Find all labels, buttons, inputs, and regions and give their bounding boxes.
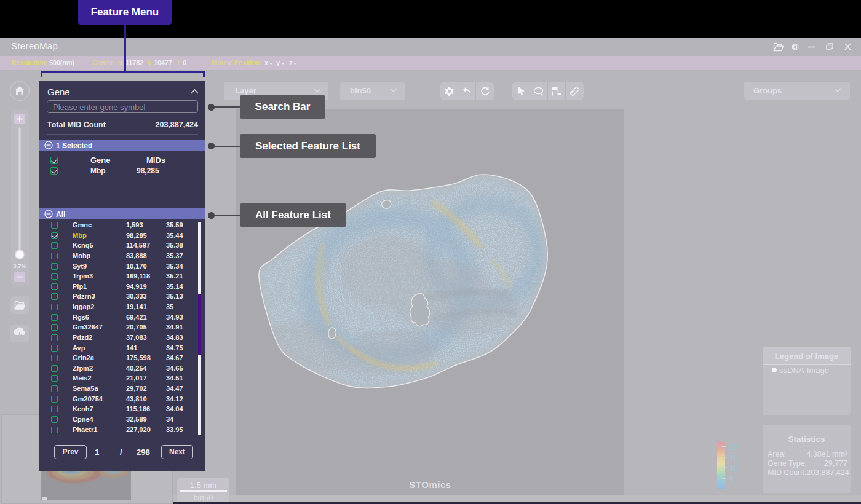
svg-text:3.7%: 3.7% xyxy=(13,262,26,269)
